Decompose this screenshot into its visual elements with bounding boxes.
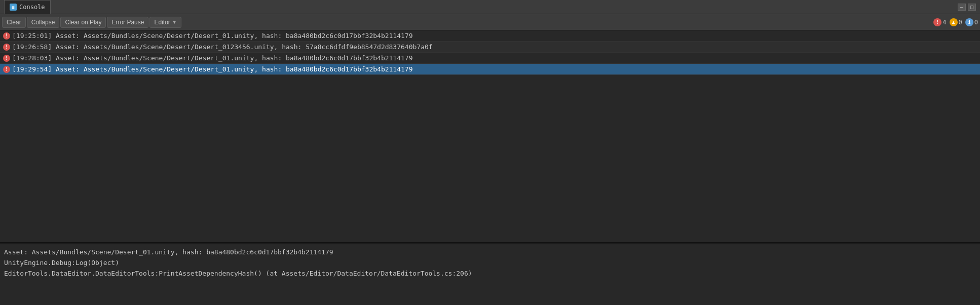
- error-icon-1: !: [3, 32, 10, 40]
- log-text-2: [19:26:58] Asset: Assets/Bundles/Scene/D…: [12, 43, 433, 51]
- error-badge-icon: !: [933, 18, 941, 26]
- info-count: 0: [974, 19, 978, 26]
- error-count: 4: [943, 19, 946, 26]
- log-text-3: [19:28:03] Asset: Assets/Bundles/Scene/D…: [12, 54, 413, 62]
- error-badge-group[interactable]: ! 4: [933, 18, 946, 26]
- detail-line-1: Asset: Assets/Bundles/Scene/Desert_01.un…: [4, 247, 976, 258]
- console-window: ≡ Console — □ Clear Collapse Clear on Pl…: [0, 0, 980, 305]
- log-entry-1[interactable]: ! [19:25:01] Asset: Assets/Bundles/Scene…: [0, 30, 980, 42]
- log-entry-3[interactable]: ! [19:28:03] Asset: Assets/Bundles/Scene…: [0, 53, 980, 64]
- error-icon-2: !: [3, 44, 10, 51]
- warning-count: 0: [959, 19, 962, 26]
- log-entry-4[interactable]: ! [19:29:54] Asset: Assets/Bundles/Scene…: [0, 64, 980, 75]
- error-icon-4: !: [3, 66, 10, 73]
- empty-log-area: [0, 136, 980, 242]
- log-entry-2[interactable]: ! [19:26:58] Asset: Assets/Bundles/Scene…: [0, 42, 980, 53]
- window-title: Console: [19, 4, 45, 11]
- toolbar: Clear Collapse Clear on Play Error Pause…: [0, 14, 980, 30]
- clear-button[interactable]: Clear: [2, 17, 26, 28]
- window-controls: — □: [958, 4, 976, 11]
- detail-line-3: EditorTools.DataEditor.DataEditorTools:P…: [4, 269, 976, 279]
- log-area: ! [19:25:01] Asset: Assets/Bundles/Scene…: [0, 30, 980, 136]
- error-icon-3: !: [3, 55, 10, 62]
- collapse-button[interactable]: Collapse: [27, 17, 60, 28]
- console-tab[interactable]: ≡ Console: [4, 0, 51, 14]
- badge-area: ! 4 ▲ 0 ℹ 0: [933, 18, 978, 26]
- restore-button[interactable]: □: [968, 4, 976, 11]
- console-icon: ≡: [10, 4, 17, 11]
- info-badge-icon: ℹ: [965, 18, 973, 26]
- detail-area: Asset: Assets/Bundles/Scene/Desert_01.un…: [0, 244, 980, 305]
- warning-badge-group[interactable]: ▲ 0: [950, 18, 962, 26]
- log-text-4: [19:29:54] Asset: Assets/Bundles/Scene/D…: [12, 65, 413, 73]
- clear-on-play-button[interactable]: Clear on Play: [60, 17, 106, 28]
- title-bar: ≡ Console — □: [0, 0, 980, 14]
- log-text-1: [19:25:01] Asset: Assets/Bundles/Scene/D…: [12, 32, 413, 40]
- detail-line-2: UnityEngine.Debug:Log(Object): [4, 258, 976, 269]
- warning-badge-icon: ▲: [950, 18, 958, 26]
- editor-dropdown-arrow: ▼: [172, 20, 177, 25]
- minimize-button[interactable]: —: [958, 4, 966, 11]
- editor-button[interactable]: Editor ▼: [149, 17, 181, 28]
- error-pause-button[interactable]: Error Pause: [107, 17, 148, 28]
- info-badge-group[interactable]: ℹ 0: [965, 18, 978, 26]
